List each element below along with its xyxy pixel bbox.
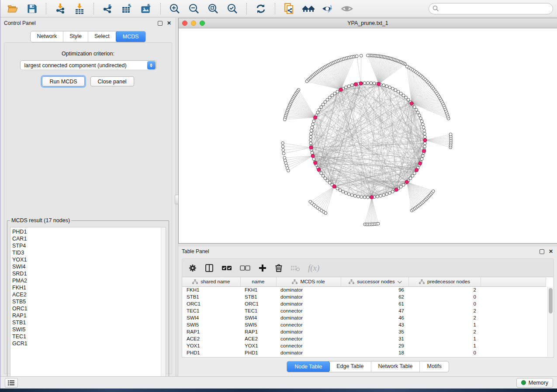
- network-node[interactable]: [423, 135, 426, 138]
- mcds-node[interactable]: [339, 88, 343, 91]
- cell-predecessors[interactable]: 1: [408, 321, 481, 328]
- cell-name[interactable]: PHD1: [240, 349, 276, 356]
- cell-successors[interactable]: 43: [341, 321, 408, 328]
- cell-name[interactable]: SWI5: [240, 321, 276, 328]
- cell-shared_name[interactable]: YOX1: [182, 342, 240, 349]
- cell-name[interactable]: RAP1: [240, 328, 276, 335]
- memory-button[interactable]: Memory: [516, 378, 553, 388]
- network-node[interactable]: [422, 126, 425, 129]
- network-node[interactable]: [409, 177, 412, 180]
- network-node[interactable]: [388, 192, 391, 195]
- column-header-name[interactable]: name: [240, 277, 276, 286]
- cell-shared_name[interactable]: ORC1: [182, 300, 240, 307]
- network-node[interactable]: [322, 174, 325, 177]
- network-node[interactable]: [418, 114, 421, 117]
- mcds-result-item[interactable]: RAP1: [12, 312, 166, 319]
- zoom-out-icon[interactable]: [186, 2, 202, 16]
- network-canvas[interactable]: [179, 28, 557, 243]
- network-node[interactable]: [379, 194, 382, 197]
- mcds-node[interactable]: [423, 138, 427, 142]
- mcds-node[interactable]: [377, 82, 381, 86]
- network-node[interactable]: [423, 145, 426, 148]
- network-node[interactable]: [413, 106, 416, 109]
- network-node[interactable]: [376, 195, 379, 198]
- column-header-successor-nodes[interactable]: successor nodes: [341, 277, 408, 286]
- cell-predecessors[interactable]: 0: [408, 300, 481, 307]
- network-node[interactable]: [353, 194, 356, 197]
- gear-icon[interactable]: [188, 264, 197, 272]
- zoom-selected-icon[interactable]: [225, 2, 240, 16]
- network-node[interactable]: [336, 90, 339, 93]
- refresh-icon[interactable]: [253, 2, 269, 16]
- first-neighbors-icon[interactable]: [301, 2, 316, 16]
- network-node[interactable]: [367, 196, 370, 199]
- cell-predecessors[interactable]: 2: [408, 286, 481, 293]
- mcds-node[interactable]: [314, 161, 317, 165]
- show-all-icon[interactable]: [339, 2, 355, 16]
- network-node[interactable]: [423, 142, 426, 145]
- network-node[interactable]: [399, 185, 402, 188]
- scrollbar-thumb[interactable]: [549, 288, 553, 313]
- cell-shared_name[interactable]: RAP1: [182, 328, 240, 335]
- network-node[interactable]: [350, 84, 353, 87]
- mcds-result-item[interactable]: PMA2: [12, 277, 166, 284]
- network-node[interactable]: [320, 172, 323, 175]
- network-node[interactable]: [283, 118, 286, 121]
- cell-successors[interactable]: 47: [341, 307, 408, 314]
- mcds-result-item[interactable]: GCR1: [12, 340, 166, 347]
- network-node[interactable]: [402, 94, 405, 97]
- mcds-result-item[interactable]: PHD1: [12, 228, 166, 235]
- duplicate-network-icon[interactable]: [281, 2, 297, 16]
- cell-role[interactable]: dominator: [276, 300, 341, 307]
- cell-role[interactable]: dominator: [276, 286, 341, 293]
- network-window-titlebar[interactable]: YPA_prune.txt_1: [179, 18, 557, 28]
- network-node[interactable]: [355, 55, 358, 58]
- function-builder-icon[interactable]: f(x): [308, 263, 319, 273]
- network-node[interactable]: [316, 111, 319, 114]
- cell-predecessors[interactable]: 2: [408, 314, 481, 321]
- cell-shared_name[interactable]: FKH1: [182, 286, 240, 293]
- mcds-result-item[interactable]: SWI4: [12, 263, 166, 270]
- network-node[interactable]: [310, 129, 313, 132]
- network-node[interactable]: [399, 92, 402, 95]
- cell-name[interactable]: SWI4: [240, 314, 276, 321]
- network-node[interactable]: [342, 190, 345, 193]
- mcds-node[interactable]: [395, 188, 398, 191]
- mcds-node[interactable]: [370, 196, 374, 199]
- export-image-icon[interactable]: [138, 2, 154, 16]
- network-node[interactable]: [287, 169, 290, 172]
- network-node[interactable]: [311, 123, 315, 126]
- network-node[interactable]: [326, 179, 329, 182]
- cell-role[interactable]: connector: [276, 342, 341, 349]
- network-node[interactable]: [339, 189, 342, 192]
- table-row[interactable]: PHD1PHD1dominator180: [182, 349, 546, 356]
- network-node[interactable]: [282, 152, 285, 155]
- cell-shared_name[interactable]: STB1: [182, 293, 240, 300]
- cell-role[interactable]: connector: [276, 321, 341, 328]
- mcds-node[interactable]: [405, 180, 408, 184]
- network-node[interactable]: [405, 96, 408, 99]
- tab-motifs[interactable]: Motifs: [420, 361, 448, 372]
- mcds-result-item[interactable]: STB1: [12, 319, 166, 326]
- export-network-icon[interactable]: [100, 2, 116, 16]
- network-node[interactable]: [318, 108, 321, 111]
- close-table-panel-icon[interactable]: ✕: [548, 248, 554, 254]
- cell-shared_name[interactable]: SWI4: [182, 314, 240, 321]
- cell-predecessors[interactable]: 0: [408, 349, 481, 356]
- cell-successors[interactable]: 35: [341, 328, 408, 335]
- table-vertical-scrollbar[interactable]: [547, 287, 553, 357]
- network-node[interactable]: [382, 84, 385, 87]
- mcds-node[interactable]: [354, 83, 358, 86]
- cell-predecessors[interactable]: 0: [408, 293, 481, 300]
- network-node[interactable]: [328, 96, 331, 99]
- network-node[interactable]: [322, 103, 325, 106]
- network-node[interactable]: [449, 133, 452, 136]
- column-header-MCDS-role[interactable]: MCDS role: [276, 277, 341, 286]
- cell-role[interactable]: dominator: [276, 314, 341, 321]
- network-node[interactable]: [423, 132, 426, 135]
- cell-successors[interactable]: 29: [341, 342, 408, 349]
- cell-successors[interactable]: 31: [341, 335, 408, 342]
- network-node[interactable]: [373, 82, 376, 85]
- network-node[interactable]: [281, 145, 284, 148]
- network-node[interactable]: [311, 151, 314, 155]
